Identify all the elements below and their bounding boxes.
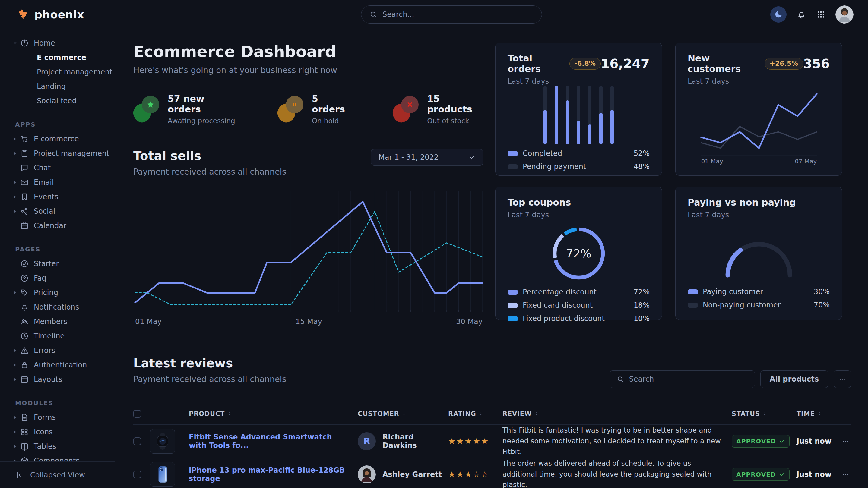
sidebar-item-tables[interactable]: Tables bbox=[0, 439, 115, 454]
legend-swatch bbox=[507, 316, 518, 321]
legend-value: 72% bbox=[634, 288, 650, 296]
sidebar-item-faq[interactable]: Faq bbox=[0, 271, 115, 286]
legend-value: 30% bbox=[814, 288, 830, 296]
star-icon: ☆ bbox=[481, 469, 489, 479]
caret-down-icon bbox=[12, 40, 18, 46]
sidebar-item-authentication[interactable]: Authentication bbox=[0, 358, 115, 372]
star-icon: ★ bbox=[464, 436, 473, 446]
customer-name: Richard Dawkins bbox=[382, 433, 448, 450]
check-icon bbox=[779, 471, 785, 478]
svg-text:30 May: 30 May bbox=[456, 317, 483, 326]
all-products-button[interactable]: All products bbox=[760, 370, 828, 388]
search-icon bbox=[369, 10, 378, 19]
latest-reviews-section: Latest reviews Payment received across a… bbox=[115, 345, 868, 488]
legend-label: Pending payment bbox=[523, 162, 586, 171]
users-icon bbox=[20, 317, 29, 326]
change-badge: +26.5% bbox=[765, 58, 803, 70]
global-search[interactable] bbox=[361, 5, 542, 24]
star-icon: ★ bbox=[464, 469, 473, 479]
sidebar-item-e-commerce[interactable]: E commerce bbox=[0, 132, 115, 146]
sidebar-item-events[interactable]: Events bbox=[0, 190, 115, 204]
sidebar-item-email[interactable]: Email bbox=[0, 175, 115, 190]
column-header-status[interactable]: STATUS bbox=[732, 410, 797, 418]
sidebar-item-landing[interactable]: Landing bbox=[0, 79, 115, 94]
sidebar-item-calendar[interactable]: Calendar bbox=[0, 219, 115, 233]
reviews-search[interactable] bbox=[610, 370, 755, 388]
legend-swatch bbox=[507, 290, 518, 295]
sidebar-item-forms[interactable]: Forms bbox=[0, 410, 115, 425]
sidebar-item-social[interactable]: Social bbox=[0, 204, 115, 219]
legend-swatch bbox=[507, 164, 518, 169]
search-input[interactable] bbox=[382, 10, 534, 19]
tag-icon bbox=[20, 288, 29, 297]
row-checkbox[interactable] bbox=[133, 470, 141, 478]
sidebar-item-members[interactable]: Members bbox=[0, 314, 115, 329]
column-header-product[interactable]: PRODUCT bbox=[189, 410, 358, 418]
legend-row: Paying customer 30% bbox=[688, 288, 830, 296]
stat-title: 57 new orders bbox=[168, 93, 235, 115]
reviews-search-input[interactable] bbox=[629, 375, 748, 383]
apps-menu-button[interactable] bbox=[816, 10, 826, 19]
row-actions-button[interactable] bbox=[836, 470, 851, 478]
column-header-rating[interactable]: RATING bbox=[448, 410, 502, 418]
legend-row: Fixed product discount 10% bbox=[507, 314, 650, 323]
product-link[interactable]: iPhone 13 pro max-Pacific Blue-128GB sto… bbox=[189, 466, 358, 483]
sidebar-item-layouts[interactable]: Layouts bbox=[0, 372, 115, 387]
sidebar-section-pages: PAGES bbox=[15, 246, 115, 253]
collapse-label: Collapsed View bbox=[30, 471, 85, 479]
app-logo[interactable]: phoenix bbox=[17, 8, 84, 21]
caret-right-icon bbox=[12, 194, 18, 200]
sidebar-item-chat[interactable]: Chat bbox=[0, 161, 115, 175]
notifications-button[interactable] bbox=[796, 9, 806, 20]
sidebar-item-timeline[interactable]: Timeline bbox=[0, 329, 115, 343]
sidebar-item-errors[interactable]: Errors bbox=[0, 343, 115, 358]
sidebar-item-icons[interactable]: Icons bbox=[0, 425, 115, 439]
theme-toggle-button[interactable] bbox=[770, 6, 786, 23]
select-all-checkbox[interactable] bbox=[133, 410, 141, 418]
column-header-review[interactable]: REVIEW bbox=[502, 410, 732, 418]
sidebar-item-starter[interactable]: Starter bbox=[0, 257, 115, 271]
sidebar-item-notifications[interactable]: Notifications bbox=[0, 300, 115, 314]
layout-icon bbox=[20, 375, 29, 384]
legend-label: Paying customer bbox=[703, 288, 763, 296]
row-checkbox[interactable] bbox=[133, 437, 141, 445]
user-avatar[interactable] bbox=[835, 5, 854, 24]
legend-value: 18% bbox=[634, 301, 650, 310]
legend-value: 10% bbox=[634, 314, 650, 323]
sidebar-item-project-management[interactable]: Project management bbox=[0, 146, 115, 161]
legend-label: Percentage discount bbox=[523, 288, 596, 296]
sidebar-item-home[interactable]: Home bbox=[0, 36, 115, 50]
legend-row: Non-paying customer 70% bbox=[688, 301, 830, 309]
sidebar-item-project-management[interactable]: Project management bbox=[0, 65, 115, 79]
bookmark-icon bbox=[20, 192, 29, 201]
rating-stars: ★★★☆☆ bbox=[448, 469, 502, 479]
column-header-time[interactable]: TIME bbox=[797, 410, 836, 418]
collapse-sidebar-button[interactable]: Collapsed View bbox=[0, 461, 115, 488]
product-link[interactable]: Fitbit Sense Advanced Smartwatch with To… bbox=[189, 433, 358, 450]
sidebar-item-social-feed[interactable]: Social feed bbox=[0, 94, 115, 108]
stat-title: 5 orders bbox=[312, 93, 350, 115]
total-sells-subtitle: Payment received across all channels bbox=[133, 167, 286, 176]
column-header-customer[interactable]: CUSTOMER bbox=[358, 410, 448, 418]
review-time: Just now bbox=[797, 437, 836, 446]
ellipsis-icon bbox=[838, 375, 846, 383]
order-bar bbox=[599, 86, 602, 144]
sidebar-nav: HomeE commerceProject managementLandingS… bbox=[0, 29, 115, 461]
check-icon bbox=[779, 438, 785, 444]
sidebar-item-e-commerce[interactable]: E commerce bbox=[0, 50, 115, 65]
sidebar-item-pricing[interactable]: Pricing bbox=[0, 286, 115, 300]
total-sells-title: Total sells bbox=[133, 149, 286, 163]
card-title: Total orders bbox=[507, 53, 564, 74]
card-period: Last 7 days bbox=[507, 211, 650, 219]
star-icon: ★ bbox=[448, 469, 456, 479]
svg-text:01 May: 01 May bbox=[135, 317, 162, 326]
reviews-more-button[interactable] bbox=[834, 370, 851, 388]
card-title: Top coupons bbox=[507, 197, 571, 208]
sidebar-item-components[interactable]: Components bbox=[0, 454, 115, 461]
order-bar bbox=[588, 86, 591, 144]
chat-icon bbox=[20, 163, 29, 172]
date-range-select[interactable]: Mar 1 - 31, 2022 bbox=[371, 149, 483, 166]
reviews-subtitle: Payment received across all channels bbox=[133, 375, 286, 384]
row-actions-button[interactable] bbox=[836, 437, 851, 445]
table-row: Fitbit Sense Advanced Smartwatch with To… bbox=[133, 424, 851, 458]
